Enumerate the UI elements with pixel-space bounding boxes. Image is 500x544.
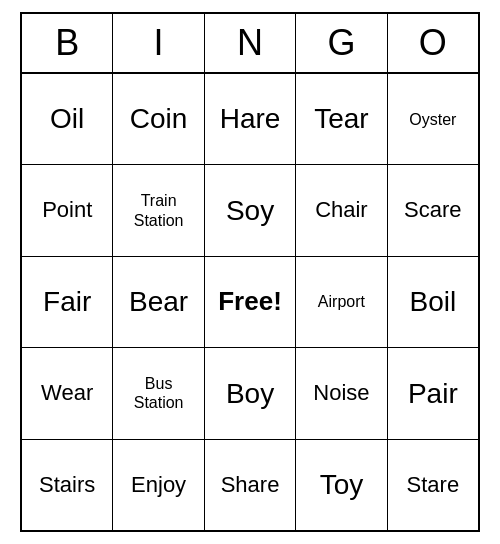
bingo-cell-0-2: Hare [205, 74, 296, 164]
cell-label: Airport [318, 292, 365, 311]
header-letter: N [237, 22, 263, 64]
cell-label: Free! [218, 286, 282, 317]
cell-label: Oyster [409, 110, 456, 129]
header-letter: B [55, 22, 79, 64]
bingo-cell-3-0: Wear [22, 348, 113, 438]
bingo-row-3: WearBus StationBoyNoisePair [22, 348, 478, 439]
bingo-cell-3-4: Pair [388, 348, 478, 438]
bingo-cell-4-2: Share [205, 440, 296, 530]
cell-label: Chair [315, 197, 368, 223]
bingo-row-4: StairsEnjoyShareToyStare [22, 440, 478, 530]
bingo-cell-0-1: Coin [113, 74, 204, 164]
bingo-cell-1-3: Chair [296, 165, 387, 255]
bingo-cell-0-4: Oyster [388, 74, 478, 164]
cell-label: Boy [226, 377, 274, 411]
bingo-row-2: FairBearFree!AirportBoil [22, 257, 478, 348]
bingo-cell-0-0: Oil [22, 74, 113, 164]
bingo-cell-3-2: Boy [205, 348, 296, 438]
header-cell-g: G [296, 14, 387, 74]
header-cell-i: I [113, 14, 204, 74]
bingo-cell-4-3: Toy [296, 440, 387, 530]
header-cell-b: B [22, 14, 113, 74]
bingo-cell-2-3: Airport [296, 257, 387, 347]
bingo-cell-2-4: Boil [388, 257, 478, 347]
cell-label: Bear [129, 285, 188, 319]
cell-label: Pair [408, 377, 458, 411]
cell-label: Boil [409, 285, 456, 319]
cell-label: Fair [43, 285, 91, 319]
cell-label: Tear [314, 102, 368, 136]
cell-label: Toy [320, 468, 364, 502]
bingo-header: BINGO [22, 14, 478, 74]
cell-label: Noise [313, 380, 369, 406]
bingo-cell-3-1: Bus Station [113, 348, 204, 438]
cell-label: Share [221, 472, 280, 498]
header-cell-o: O [388, 14, 478, 74]
bingo-card: BINGO OilCoinHareTearOysterPointTrain St… [20, 12, 480, 532]
bingo-cell-4-1: Enjoy [113, 440, 204, 530]
bingo-cell-0-3: Tear [296, 74, 387, 164]
cell-label: Enjoy [131, 472, 186, 498]
bingo-cell-1-2: Soy [205, 165, 296, 255]
bingo-cell-2-1: Bear [113, 257, 204, 347]
bingo-cell-4-0: Stairs [22, 440, 113, 530]
bingo-cell-4-4: Stare [388, 440, 478, 530]
bingo-cell-1-0: Point [22, 165, 113, 255]
bingo-cell-2-0: Fair [22, 257, 113, 347]
cell-label: Stairs [39, 472, 95, 498]
cell-label: Point [42, 197, 92, 223]
bingo-row-1: PointTrain StationSoyChairScare [22, 165, 478, 256]
header-letter: O [419, 22, 447, 64]
cell-label: Soy [226, 194, 274, 228]
header-cell-n: N [205, 14, 296, 74]
bingo-row-0: OilCoinHareTearOyster [22, 74, 478, 165]
cell-label: Stare [407, 472, 460, 498]
bingo-cell-2-2: Free! [205, 257, 296, 347]
bingo-body: OilCoinHareTearOysterPointTrain StationS… [22, 74, 478, 530]
cell-label: Hare [220, 102, 281, 136]
header-letter: G [327, 22, 355, 64]
cell-label: Bus Station [134, 374, 184, 412]
cell-label: Oil [50, 102, 84, 136]
bingo-cell-1-4: Scare [388, 165, 478, 255]
cell-label: Scare [404, 197, 461, 223]
header-letter: I [154, 22, 164, 64]
cell-label: Wear [41, 380, 93, 406]
cell-label: Coin [130, 102, 188, 136]
cell-label: Train Station [134, 191, 184, 229]
bingo-cell-3-3: Noise [296, 348, 387, 438]
bingo-cell-1-1: Train Station [113, 165, 204, 255]
